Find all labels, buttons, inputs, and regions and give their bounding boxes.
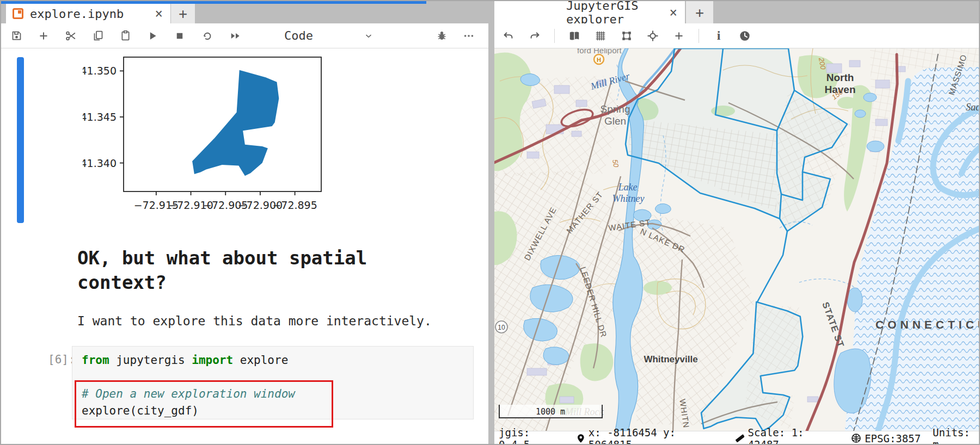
map-scale: Scale: 1: 42487 <box>734 427 838 445</box>
svg-text:41.350: 41.350 <box>83 65 117 77</box>
gis-map-viewport[interactable]: ford Heliport H Mill River Spring Glen N… <box>494 48 980 431</box>
svg-text:Glen: Glen <box>604 115 626 127</box>
helipad-icon: H <box>594 54 604 64</box>
spring-glen-label: Spring <box>601 103 630 115</box>
save-button[interactable] <box>10 28 23 44</box>
select-extent-icon[interactable] <box>620 28 633 44</box>
undo-button[interactable] <box>502 28 515 44</box>
tab-explore-ipynb[interactable]: explore.ipynb × <box>6 4 170 23</box>
jupytergis-panel: JupyterGIS explorer × + <box>494 1 980 445</box>
svg-text:41.340: 41.340 <box>83 157 117 169</box>
redo-button[interactable] <box>528 28 541 44</box>
grid-layer-icon[interactable] <box>594 28 607 44</box>
cell-type-select[interactable]: Code <box>284 29 313 42</box>
svg-text:Whitney: Whitney <box>612 193 645 204</box>
gis-toolbar: i <box>494 23 980 48</box>
geolocation-target-icon[interactable] <box>646 28 659 44</box>
notebook-tabbar: explore.ipynb × + <box>1 1 488 23</box>
tab-jupytergis-explorer[interactable]: JupyterGIS explorer × <box>494 1 685 23</box>
code-line-import: from jupytergis import explore <box>82 352 473 369</box>
new-tab-button[interactable]: + <box>686 1 713 23</box>
copy-cells-button[interactable] <box>91 28 105 44</box>
close-icon[interactable]: × <box>670 5 677 20</box>
paste-cells-button[interactable] <box>119 28 132 44</box>
chevron-down-icon[interactable] <box>362 28 375 44</box>
code-line-explore: explore(city_gdf) <box>82 403 473 419</box>
gis-tabbar: JupyterGIS explorer × + <box>494 1 980 23</box>
location-pin-icon <box>577 434 585 443</box>
svg-text:H: H <box>597 57 601 63</box>
execution-count: [6]: <box>48 353 76 366</box>
close-icon[interactable]: × <box>155 6 163 21</box>
svg-text:1000 m: 1000 m <box>536 407 565 417</box>
pointer-coordinates: x: -8116454 y: 5064815 <box>577 427 721 445</box>
new-tab-button[interactable]: + <box>171 4 195 23</box>
notebook-panel: explore.ipynb × + <box>1 1 488 445</box>
more-options-icon[interactable] <box>462 28 475 44</box>
code-cell-input[interactable]: from jupytergis import explore # Open a … <box>72 346 474 419</box>
projection-epsg[interactable]: EPSG:3857 <box>852 432 921 444</box>
svg-text:41.345: 41.345 <box>83 111 117 123</box>
svg-text:10: 10 <box>498 324 505 331</box>
identify-info-icon[interactable]: i <box>712 28 725 44</box>
notebook-icon <box>13 8 23 19</box>
plot-canvas: −72.915−72.910−72.905−72.900−72.89541.34… <box>83 54 344 223</box>
map-units: Units: m <box>933 427 980 445</box>
notebook-content: −72.915−72.910−72.905−72.900−72.89541.34… <box>1 48 488 445</box>
map-scalebar: 1000 m <box>499 405 602 418</box>
code-line-comment: # Open a new exploration window <box>82 386 473 403</box>
globe-icon <box>852 434 861 443</box>
lake-whitney-label: Lake <box>618 182 638 193</box>
restart-kernel-button[interactable] <box>200 28 213 44</box>
panel-split-handle[interactable] <box>488 1 494 445</box>
tab-title: JupyterGIS explorer <box>566 1 670 26</box>
svg-text:−72.895: −72.895 <box>272 199 317 211</box>
route-10-shield: 10 <box>495 321 507 333</box>
ruler-icon <box>734 434 744 443</box>
whitneyville-label: Whitneyville <box>644 354 697 364</box>
connecticut-label: CONNECTICU <box>875 318 980 331</box>
basemap-book-icon[interactable] <box>568 28 581 44</box>
cut-cells-button[interactable] <box>64 28 77 44</box>
temporal-clock-icon[interactable] <box>738 28 751 44</box>
insert-cell-button[interactable] <box>37 28 50 44</box>
markdown-paragraph: I want to explore this data more interac… <box>77 314 432 328</box>
run-all-button[interactable] <box>228 28 244 44</box>
sackett-label: Sacke <box>966 102 980 113</box>
jupyterlab-window: explore.ipynb × + <box>0 0 980 445</box>
jgis-version: jgis: 0.4.5 <box>499 427 565 445</box>
notebook-toolbar: Code <box>1 23 488 48</box>
run-cell-button[interactable] <box>146 28 159 44</box>
active-cell-collapser[interactable] <box>17 57 24 223</box>
stop-kernel-button[interactable] <box>173 28 186 44</box>
add-layer-button[interactable] <box>672 28 685 44</box>
debugger-bug-icon[interactable] <box>435 28 448 44</box>
matplotlib-output-plot: −72.915−72.910−72.905−72.900−72.89541.34… <box>83 54 344 223</box>
gis-statusbar: jgis: 0.4.5 x: -8116454 y: 5064815 Scale… <box>494 431 980 445</box>
tab-title: explore.ipynb <box>30 7 124 21</box>
markdown-heading: OK, but what about spatial context? <box>77 246 393 295</box>
north-haven-label: North <box>826 72 854 83</box>
